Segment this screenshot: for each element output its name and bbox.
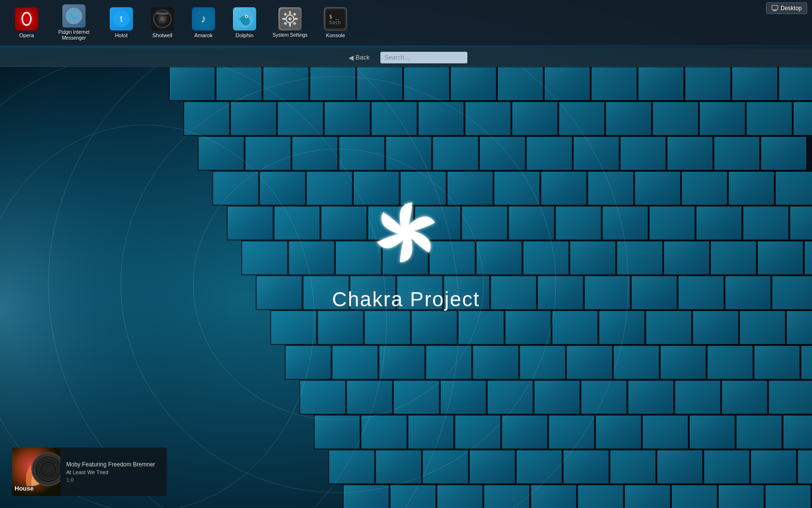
svg-point-183 (246, 16, 247, 17)
svg-rect-122 (487, 380, 533, 414)
svg-rect-79 (710, 241, 756, 275)
svg-rect-70 (289, 241, 334, 275)
svg-rect-57 (274, 206, 320, 240)
svg-rect-131 (408, 415, 454, 449)
back-button[interactable]: ◀ Back (345, 52, 374, 63)
svg-rect-80 (757, 241, 803, 275)
svg-rect-88 (537, 276, 583, 310)
opera-label: Opera (19, 32, 34, 38)
svg-rect-2 (169, 67, 215, 101)
app-icon-konsole[interactable]: $ _ bash Konsole (319, 5, 352, 41)
svg-rect-10 (544, 67, 590, 101)
hotot-svg: t (112, 9, 131, 29)
svg-rect-65 (649, 206, 695, 240)
app-icon-amarok[interactable]: ♪ Amarok (187, 5, 220, 41)
svg-rect-44 (260, 171, 305, 205)
app-icon-shotwell[interactable]: Shotwell (145, 5, 179, 41)
top-panel: Opera 🐦 Pidgin Internet Messenger t Hoto… (0, 0, 812, 46)
svg-rect-108 (379, 345, 425, 379)
svg-rect-8 (450, 67, 496, 101)
chakra-symbol (358, 184, 454, 281)
app-icon-opera[interactable]: Opera (10, 5, 44, 41)
svg-point-168 (19, 11, 34, 27)
app-icon-pidgin[interactable]: 🐦 Pidgin Internet Messenger (51, 2, 97, 44)
svg-rect-157 (624, 485, 670, 508)
svg-rect-68 (790, 206, 812, 240)
svg-rect-55 (775, 171, 812, 205)
svg-rect-81 (804, 241, 812, 275)
svg-rect-74 (476, 241, 522, 275)
search-bar: ◀ Back (0, 48, 812, 67)
svg-rect-54 (728, 171, 774, 205)
svg-rect-56 (227, 206, 273, 240)
svg-rect-25 (606, 102, 652, 135)
svg-rect-101 (599, 311, 645, 344)
svg-rect-33 (339, 136, 385, 170)
svg-rect-153 (437, 485, 483, 508)
amarok-svg: ♪ (193, 9, 214, 29)
svg-rect-42 (761, 136, 807, 170)
svg-text:t: t (120, 14, 122, 24)
svg-rect-92 (725, 276, 771, 310)
svg-rect-27 (699, 102, 745, 135)
svg-rect-52 (635, 171, 681, 205)
svg-rect-128 (768, 380, 812, 414)
svg-rect-102 (646, 311, 692, 344)
svg-rect-139 (783, 415, 812, 449)
svg-rect-136 (642, 415, 688, 449)
svg-rect-12 (638, 67, 684, 101)
svg-rect-133 (502, 415, 548, 449)
svg-rect-190 (294, 18, 298, 20)
app-icon-dolphin[interactable]: Dolphin (228, 5, 261, 41)
svg-rect-49 (494, 171, 540, 205)
system-settings-svg (280, 9, 300, 29)
svg-rect-178 (156, 13, 169, 15)
svg-rect-156 (578, 485, 624, 508)
svg-rect-120 (393, 380, 439, 414)
svg-rect-14 (732, 67, 778, 101)
svg-rect-22 (465, 102, 511, 135)
konsole-label: Konsole (326, 32, 345, 38)
svg-text:$ _: $ _ (329, 14, 339, 20)
svg-point-186 (289, 17, 291, 20)
svg-rect-104 (740, 311, 785, 344)
svg-rect-30 (198, 136, 244, 170)
svg-rect-7 (404, 67, 450, 101)
svg-rect-3 (216, 67, 262, 101)
back-arrow-icon: ◀ (348, 54, 354, 61)
konsole-icon: $ _ bash (324, 7, 347, 30)
svg-rect-121 (440, 380, 486, 414)
svg-rect-91 (678, 276, 724, 310)
svg-rect-142 (422, 450, 468, 484)
svg-rect-187 (289, 11, 291, 15)
dolphin-icon (233, 7, 256, 30)
dolphin-label: Dolphin (235, 32, 253, 38)
svg-rect-200 (772, 11, 777, 11)
svg-rect-5 (310, 67, 356, 101)
svg-rect-158 (671, 485, 717, 508)
svg-rect-11 (591, 67, 637, 101)
search-input[interactable] (380, 52, 467, 63)
svg-text:bash: bash (329, 20, 341, 25)
chakra-title: Chakra Project (332, 288, 480, 311)
desktop-button[interactable]: Desktop (766, 2, 807, 14)
svg-rect-159 (718, 485, 764, 508)
svg-rect-37 (526, 136, 572, 170)
app-icon-hotot[interactable]: t Hotot (104, 5, 138, 41)
svg-rect-129 (314, 415, 360, 449)
svg-rect-103 (693, 311, 739, 344)
svg-rect-4 (263, 67, 309, 101)
amarok-icon: ♪ (192, 7, 215, 30)
svg-rect-189 (282, 18, 286, 20)
svg-rect-89 (584, 276, 630, 310)
svg-rect-146 (610, 450, 656, 484)
album-label: House (14, 485, 34, 492)
svg-rect-134 (549, 415, 594, 449)
svg-rect-15 (779, 67, 812, 101)
svg-rect-123 (534, 380, 580, 414)
svg-rect-18 (277, 102, 323, 135)
svg-rect-34 (386, 136, 432, 170)
svg-rect-188 (289, 23, 291, 27)
app-icon-system-settings[interactable]: System Settings (269, 5, 311, 41)
svg-rect-76 (570, 241, 616, 275)
